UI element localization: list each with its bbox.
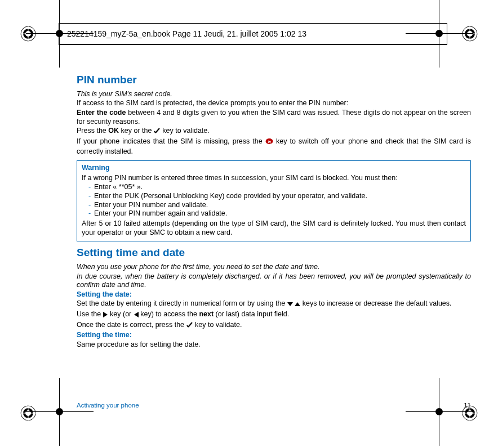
svg-marker-21 [287,302,293,306]
page-footer: Activating your phone 11 [77,402,471,409]
setting-date-p3: Once the date is correct, press the key … [77,321,471,331]
print-registration-mark-icon [20,26,36,42]
setting-date-heading: Setting the date: [77,290,471,299]
print-registration-mark-icon [20,405,36,421]
footer-section: Activating your phone [77,402,139,409]
datetime-intro2: In due course, when the battery is compl… [77,272,471,290]
pin-intro: This is your SIM's secret code. [77,90,471,99]
pin-p1: If access to the SIM card is protected, … [77,99,471,108]
setting-time-heading: Setting the time: [77,331,471,340]
warning-lead: If a wrong PIN number is entered three t… [82,174,466,183]
list-item: Enter your PIN number again and validate… [88,209,466,218]
list-item: Enter the PUK (Personal Unblocking Key) … [88,192,466,201]
warning-box: Warning If a wrong PIN number is entered… [77,160,471,241]
pin-p2: Enter the code between 4 and 8 digits gi… [77,109,471,126]
validate-key-icon [186,321,193,331]
down-arrow-icon [287,301,293,310]
left-arrow-icon [134,311,139,320]
setting-date-p2: Use the key (or key) to access the next … [77,310,471,320]
page-header-frame: 252214159_myZ-5a_en.book Page 11 Jeudi, … [59,23,447,45]
svg-marker-23 [103,312,108,317]
pin-p3: Press the OK key or the key to validate. [77,127,471,137]
section-heading-datetime: Setting time and date [77,246,471,259]
right-arrow-icon [103,311,108,320]
setting-date-p1: Set the date by entering it directly in … [77,299,471,310]
print-registration-mark-icon [462,26,478,42]
list-item: Enter « **05* ». [88,183,466,192]
power-key-icon [265,138,273,147]
section-heading-pin: PIN number [77,73,471,87]
pin-p4: If your phone indicates that the SIM is … [77,137,471,156]
page-header-text: 252214159_myZ-5a_en.book Page 11 Jeudi, … [59,24,447,44]
crop-crosshair-icon [26,378,94,446]
list-item: Enter your PIN number and validate. [88,201,466,210]
footer-page-number: 11 [464,402,471,409]
warning-tail: After 5 or 10 failed attempts (depending… [82,219,466,237]
warning-list: Enter « **05* ». Enter the PUK (Personal… [82,183,466,218]
warning-title: Warning [82,164,466,173]
svg-marker-24 [134,312,139,317]
datetime-intro1: When you use your phone for the first ti… [77,263,471,272]
page-content: PIN number This is your SIM's secret cod… [77,73,471,350]
validate-key-icon [154,127,161,137]
up-arrow-icon [295,301,300,310]
setting-time-p1: Same procedure as for setting the date. [77,341,471,350]
svg-marker-22 [295,302,300,306]
